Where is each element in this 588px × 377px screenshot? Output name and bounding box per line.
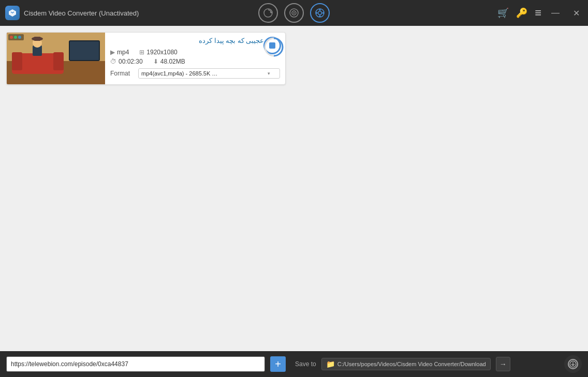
svg-point-3	[293, 12, 295, 14]
app-title: Cisdem Video Converter (Unactivated)	[24, 9, 139, 17]
svg-point-24	[18, 36, 21, 39]
download-size-icon: ⬇	[153, 58, 158, 65]
svg-point-22	[10, 36, 13, 39]
save-to-label: Save to	[295, 360, 316, 368]
download-button[interactable]	[564, 355, 582, 373]
duration-value: 00:02:30	[119, 58, 143, 65]
format-label: Format	[110, 70, 134, 77]
format-select-button[interactable]: mp4(avc1,mp4a) - 2685.5K 1920x10… ▾	[138, 68, 280, 79]
meta-resolution: ⊞ 1920x1080	[139, 49, 177, 56]
folder-icon: 📁	[326, 360, 335, 368]
svg-rect-18	[34, 37, 40, 41]
open-folder-button[interactable]: →	[496, 357, 510, 371]
titlebar-center-buttons	[258, 3, 330, 23]
svg-point-23	[14, 36, 17, 39]
format-value: mp4	[117, 49, 129, 56]
svg-point-6	[319, 9, 321, 11]
meta-duration: ⏱ 00:02:30	[110, 58, 143, 65]
meta-format: ▶ mp4	[110, 49, 129, 56]
key-icon[interactable]: 🔑	[516, 7, 527, 19]
titlebar: Cisdem Video Converter (Unactivated)	[0, 0, 588, 26]
svg-point-5	[318, 11, 322, 15]
svg-point-7	[319, 16, 321, 17]
svg-rect-20	[70, 41, 99, 60]
titlebar-right: 🛒 🔑 ≡ — ✕	[497, 6, 583, 20]
app-icon	[5, 6, 20, 20]
stop-button[interactable]	[263, 37, 281, 54]
convert-button[interactable]	[258, 3, 278, 23]
main-content: شغل عجیبی که بچه پیدا کرده ▶ mp4 ⊞ 1920x…	[0, 26, 588, 351]
video-info: شغل عجیبی که بچه پیدا کرده ▶ mp4 ⊞ 1920x…	[105, 33, 285, 84]
compress-button[interactable]	[284, 3, 304, 23]
clock-icon: ⏱	[110, 58, 116, 65]
save-path-button[interactable]: 📁 C:/Users/popes/Videos/Cisdem Video Con…	[321, 358, 491, 370]
video-thumbnail	[7, 33, 105, 84]
thumbnail-image	[7, 33, 105, 84]
resolution-icon: ⊞	[139, 49, 144, 56]
save-path-text: C:/Users/popes/Videos/Cisdem Video Conve…	[337, 361, 486, 367]
titlebar-left: Cisdem Video Converter (Unactivated)	[5, 6, 139, 20]
url-input[interactable]	[6, 356, 265, 372]
chevron-down-icon: ▾	[268, 71, 270, 76]
svg-rect-14	[53, 52, 64, 70]
video-card: شغل عجیبی که بچه پیدا کرده ▶ mp4 ⊞ 1920x…	[6, 32, 286, 85]
bottom-bar: + Save to 📁 C:/Users/popes/Videos/Cisdem…	[0, 351, 588, 377]
format-icon: ▶	[110, 49, 115, 56]
video-meta-row-1: ▶ mp4 ⊞ 1920x1080	[110, 49, 280, 56]
format-dropdown[interactable]: mp4(avc1,mp4a) - 2685.5K 1920x10… ▾	[138, 68, 280, 79]
menu-icon[interactable]: ≡	[535, 6, 541, 20]
format-row: Format mp4(avc1,mp4a) - 2685.5K 1920x10……	[110, 68, 280, 79]
minimize-button[interactable]: —	[548, 6, 563, 20]
filesize-value: 48.02MB	[160, 58, 185, 65]
video-meta-row-2: ⏱ 00:02:30 ⬇ 48.02MB	[110, 58, 280, 65]
cart-icon[interactable]: 🛒	[497, 7, 509, 19]
close-button[interactable]: ✕	[570, 6, 583, 20]
meta-filesize: ⬇ 48.02MB	[153, 58, 185, 65]
resolution-value: 1920x1080	[146, 49, 177, 56]
video-title: شغل عجیبی که بچه پیدا کرده	[110, 37, 280, 44]
download-reel-button[interactable]	[310, 3, 330, 23]
download-icon	[568, 359, 578, 369]
svg-point-8	[316, 12, 318, 14]
svg-point-9	[322, 12, 324, 14]
svg-rect-13	[12, 52, 22, 70]
add-url-button[interactable]: +	[270, 356, 286, 372]
arrow-right-icon: →	[499, 360, 507, 368]
format-select-value: mp4(avc1,mp4a) - 2685.5K 1920x10…	[141, 70, 219, 77]
